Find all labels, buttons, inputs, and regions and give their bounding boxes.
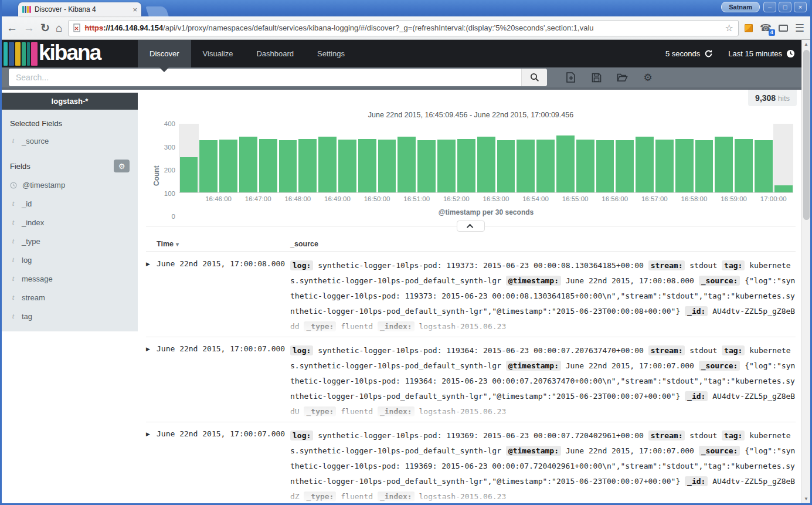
histogram-bar-slot [318, 124, 338, 192]
new-document-icon [566, 72, 576, 83]
browser-tab[interactable]: Discover - Kibana 4 × [18, 2, 141, 16]
url-bar[interactable]: https://146.148.94.154/api/v1/proxy/name… [68, 20, 739, 36]
new-tab-button[interactable] [145, 6, 169, 16]
field-item-@timestamp[interactable]: @timestamp [2, 176, 138, 194]
collapse-chart-button[interactable] [457, 221, 485, 232]
forward-icon[interactable]: → [23, 22, 35, 33]
field-item-message[interactable]: tmessage [2, 269, 138, 288]
reload-icon[interactable]: ↻ [40, 22, 50, 33]
histogram-bar[interactable] [338, 140, 356, 192]
index-pattern-header[interactable]: logstash-* [2, 93, 138, 110]
histogram-bar[interactable] [397, 137, 416, 192]
tab-title: Discover - Kibana 4 [35, 5, 129, 13]
histogram-bar[interactable] [497, 140, 515, 193]
x-tick-label: 16:51:00 [403, 195, 430, 202]
histogram-bar[interactable] [457, 139, 475, 192]
histogram-bar[interactable] [675, 139, 694, 192]
time-range-control[interactable]: Last 15 minutes [728, 49, 795, 58]
field-item-log[interactable]: tlog [2, 250, 138, 269]
nav-item-visualize[interactable]: Visualize [191, 40, 245, 67]
y-tick-label: 300 [164, 144, 175, 151]
refresh-interval-control[interactable]: 5 seconds [665, 49, 713, 58]
extension-icon[interactable] [745, 24, 753, 32]
histogram-bar[interactable] [259, 139, 277, 192]
save-search-button[interactable] [583, 73, 609, 83]
field-item-type[interactable]: t_type [2, 232, 138, 250]
page-scrollbar[interactable]: ▲ ▼ [801, 40, 810, 503]
histogram-bar[interactable] [735, 139, 753, 192]
histogram-bar[interactable] [596, 140, 614, 193]
field-item-index[interactable]: t_index [2, 213, 138, 232]
expand-row-icon[interactable]: ▶ [146, 258, 157, 334]
histogram-bar[interactable] [774, 185, 793, 192]
kibana-logo[interactable]: kibana [2, 40, 138, 67]
histogram-bar-slot [357, 124, 377, 192]
histogram-bar[interactable] [358, 139, 376, 192]
histogram-bar[interactable] [576, 140, 594, 192]
histogram-bar[interactable] [477, 137, 495, 192]
favicon-bar [22, 6, 24, 13]
column-header-time[interactable]: Time▾ [146, 240, 290, 248]
string-field-icon: t [10, 293, 16, 302]
histogram-bar[interactable] [318, 137, 337, 192]
new-search-button[interactable] [558, 72, 583, 83]
scroll-up-icon[interactable]: ▲ [804, 40, 808, 49]
browser-window: Discover - Kibana 4 × Satnam – □ × ← → ↻… [0, 0, 812, 505]
histogram-bar[interactable] [239, 137, 257, 192]
expand-row-icon[interactable]: ▶ [146, 428, 157, 503]
close-button[interactable]: × [794, 2, 807, 12]
histogram-bar-slot [575, 124, 595, 192]
x-tick-label: 16:50:00 [364, 195, 390, 202]
bookmark-star-icon[interactable]: ☆ [725, 22, 733, 33]
open-search-button[interactable] [609, 73, 635, 82]
scroll-down-icon[interactable]: ▼ [804, 494, 808, 503]
back-icon[interactable]: ← [6, 22, 18, 33]
field-item-stream[interactable]: tstream [2, 288, 138, 307]
maximize-button[interactable]: □ [779, 2, 791, 12]
field-name-badge: _source: [699, 446, 740, 456]
histogram-bar[interactable] [695, 140, 714, 192]
field-item-tag[interactable]: ttag [2, 307, 138, 326]
tab-close-icon[interactable]: × [132, 6, 137, 13]
field-item-id[interactable]: t_id [2, 194, 138, 213]
histogram-bar-slot [278, 124, 298, 192]
nav-item-dashboard[interactable]: Dashboard [244, 40, 305, 67]
search-input[interactable] [9, 69, 521, 86]
field-name-badge: _type: [304, 492, 336, 501]
settings-gear-button[interactable]: ⚙ [635, 72, 661, 84]
cast-icon[interactable] [779, 25, 788, 32]
expand-row-icon[interactable]: ▶ [146, 343, 157, 419]
profile-button[interactable]: Satnam [721, 2, 760, 12]
histogram-bar[interactable] [378, 140, 396, 192]
y-tick-label: 200 [164, 167, 175, 174]
scrollbar-thumb[interactable] [803, 50, 810, 220]
histogram-bar[interactable] [536, 140, 555, 192]
histogram-bar[interactable] [279, 140, 297, 192]
histogram-bar[interactable] [715, 137, 733, 192]
histogram-bar[interactable] [556, 135, 575, 192]
histogram-bar[interactable] [437, 140, 456, 192]
home-icon[interactable]: ⌂ [56, 22, 62, 33]
histogram-bar[interactable] [655, 140, 674, 192]
histogram-bar[interactable] [180, 157, 198, 192]
field-settings-button[interactable]: ⚙ [114, 160, 130, 172]
histogram-bar[interactable] [517, 140, 535, 192]
histogram-bar[interactable] [298, 139, 317, 192]
nav-item-discover[interactable]: Discover [138, 40, 191, 67]
string-field-icon: t [10, 199, 16, 208]
chrome-menu-icon[interactable]: ☰ [795, 22, 804, 35]
histogram-bar[interactable] [219, 140, 237, 192]
hangouts-phone-icon[interactable]: ☎4 [760, 22, 772, 33]
histogram-bar[interactable] [616, 140, 634, 193]
field-item-source[interactable]: t_source [2, 131, 138, 150]
histogram-bar[interactable] [199, 140, 218, 193]
hits-label: hits [778, 94, 790, 103]
histogram-bar-slot [219, 124, 239, 192]
nav-item-settings[interactable]: Settings [305, 40, 356, 67]
histogram-bar[interactable] [417, 140, 436, 193]
histogram-bar[interactable] [636, 137, 654, 192]
minimize-button[interactable]: – [763, 2, 776, 12]
table-row: ▶June 22nd 2015, 17:00:08.000log: synthe… [146, 252, 796, 337]
search-button[interactable] [521, 69, 547, 86]
histogram-bar[interactable] [755, 140, 773, 193]
